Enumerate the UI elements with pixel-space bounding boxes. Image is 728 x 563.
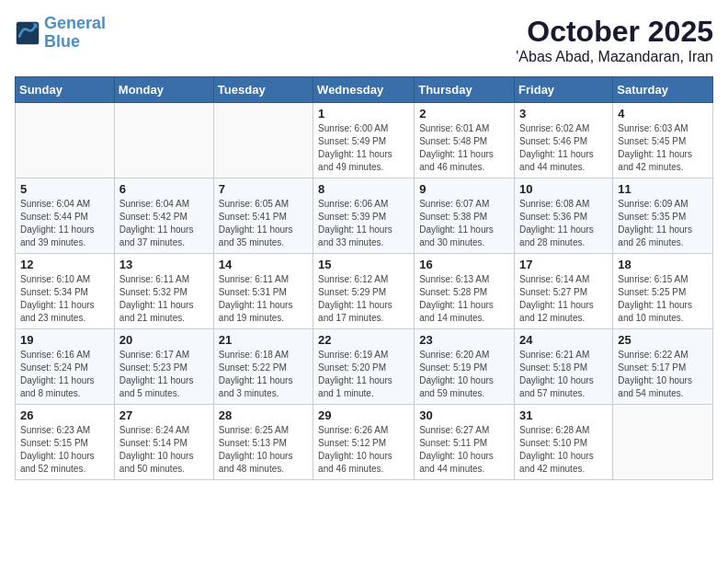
day-number: 28 bbox=[219, 408, 308, 422]
day-info: Sunrise: 6:19 AM Sunset: 5:20 PM Dayligh… bbox=[318, 349, 409, 400]
calendar-cell: 3Sunrise: 6:02 AM Sunset: 5:46 PM Daylig… bbox=[515, 103, 613, 178]
day-number: 4 bbox=[618, 107, 708, 121]
calendar-cell: 12Sunrise: 6:10 AM Sunset: 5:34 PM Dayli… bbox=[16, 254, 115, 329]
day-number: 13 bbox=[119, 258, 209, 271]
weekday-header-tuesday: Tuesday bbox=[213, 77, 313, 103]
day-info: Sunrise: 6:09 AM Sunset: 5:35 PM Dayligh… bbox=[618, 198, 708, 249]
day-number: 11 bbox=[618, 182, 708, 196]
weekday-header-row: SundayMondayTuesdayWednesdayThursdayFrid… bbox=[16, 77, 713, 103]
calendar-cell: 20Sunrise: 6:17 AM Sunset: 5:23 PM Dayli… bbox=[114, 329, 213, 405]
day-number: 30 bbox=[419, 408, 509, 422]
logo-icon bbox=[15, 20, 40, 46]
logo-text: General Blue bbox=[44, 15, 106, 52]
day-number: 9 bbox=[419, 182, 509, 196]
calendar-week-3: 12Sunrise: 6:10 AM Sunset: 5:34 PM Dayli… bbox=[16, 254, 713, 329]
day-info: Sunrise: 6:23 AM Sunset: 5:15 PM Dayligh… bbox=[20, 424, 109, 476]
day-number: 16 bbox=[419, 258, 509, 271]
calendar-cell: 26Sunrise: 6:23 AM Sunset: 5:15 PM Dayli… bbox=[16, 405, 115, 480]
calendar-cell: 1Sunrise: 6:00 AM Sunset: 5:49 PM Daylig… bbox=[313, 103, 415, 178]
day-number: 2 bbox=[419, 107, 509, 121]
day-number: 6 bbox=[119, 182, 209, 196]
calendar-cell: 23Sunrise: 6:20 AM Sunset: 5:19 PM Dayli… bbox=[415, 329, 515, 405]
day-info: Sunrise: 6:11 AM Sunset: 5:31 PM Dayligh… bbox=[219, 273, 308, 325]
day-info: Sunrise: 6:10 AM Sunset: 5:34 PM Dayligh… bbox=[20, 273, 109, 325]
calendar-cell: 28Sunrise: 6:25 AM Sunset: 5:13 PM Dayli… bbox=[213, 405, 313, 480]
day-number: 22 bbox=[318, 333, 409, 347]
calendar-cell: 30Sunrise: 6:27 AM Sunset: 5:11 PM Dayli… bbox=[415, 405, 515, 480]
day-number: 1 bbox=[318, 107, 409, 121]
day-info: Sunrise: 6:14 AM Sunset: 5:27 PM Dayligh… bbox=[519, 273, 608, 325]
month-title: October 2025 bbox=[516, 15, 713, 49]
day-info: Sunrise: 6:06 AM Sunset: 5:39 PM Dayligh… bbox=[318, 198, 409, 249]
day-info: Sunrise: 6:00 AM Sunset: 5:49 PM Dayligh… bbox=[318, 122, 409, 174]
day-info: Sunrise: 6:17 AM Sunset: 5:23 PM Dayligh… bbox=[119, 349, 209, 400]
calendar-cell: 19Sunrise: 6:16 AM Sunset: 5:24 PM Dayli… bbox=[16, 329, 115, 405]
calendar-cell: 10Sunrise: 6:08 AM Sunset: 5:36 PM Dayli… bbox=[515, 178, 613, 254]
day-number: 7 bbox=[219, 182, 308, 196]
calendar-cell: 24Sunrise: 6:21 AM Sunset: 5:18 PM Dayli… bbox=[515, 329, 613, 405]
location-title: 'Abas Abad, Mazandaran, Iran bbox=[516, 49, 713, 65]
day-number: 25 bbox=[618, 333, 708, 347]
day-number: 14 bbox=[219, 258, 308, 271]
day-number: 27 bbox=[119, 408, 209, 422]
logo: General Blue bbox=[15, 15, 106, 52]
calendar-cell: 14Sunrise: 6:11 AM Sunset: 5:31 PM Dayli… bbox=[213, 254, 313, 329]
weekday-header-sunday: Sunday bbox=[16, 77, 115, 103]
calendar-cell: 17Sunrise: 6:14 AM Sunset: 5:27 PM Dayli… bbox=[515, 254, 613, 329]
calendar-cell: 27Sunrise: 6:24 AM Sunset: 5:14 PM Dayli… bbox=[114, 405, 213, 480]
day-info: Sunrise: 6:21 AM Sunset: 5:18 PM Dayligh… bbox=[519, 349, 608, 400]
calendar-cell: 25Sunrise: 6:22 AM Sunset: 5:17 PM Dayli… bbox=[613, 329, 713, 405]
day-info: Sunrise: 6:01 AM Sunset: 5:48 PM Dayligh… bbox=[419, 122, 509, 174]
day-number: 5 bbox=[20, 182, 109, 196]
day-info: Sunrise: 6:11 AM Sunset: 5:32 PM Dayligh… bbox=[119, 273, 209, 325]
day-info: Sunrise: 6:22 AM Sunset: 5:17 PM Dayligh… bbox=[618, 349, 708, 400]
day-number: 8 bbox=[318, 182, 409, 196]
calendar-cell: 6Sunrise: 6:04 AM Sunset: 5:42 PM Daylig… bbox=[114, 178, 213, 254]
day-info: Sunrise: 6:26 AM Sunset: 5:12 PM Dayligh… bbox=[318, 424, 409, 476]
day-info: Sunrise: 6:27 AM Sunset: 5:11 PM Dayligh… bbox=[419, 424, 509, 476]
calendar-cell: 31Sunrise: 6:28 AM Sunset: 5:10 PM Dayli… bbox=[515, 405, 613, 480]
day-info: Sunrise: 6:08 AM Sunset: 5:36 PM Dayligh… bbox=[519, 198, 608, 249]
day-info: Sunrise: 6:07 AM Sunset: 5:38 PM Dayligh… bbox=[419, 198, 509, 249]
calendar-cell bbox=[213, 103, 313, 178]
day-info: Sunrise: 6:28 AM Sunset: 5:10 PM Dayligh… bbox=[519, 424, 608, 476]
day-number: 18 bbox=[618, 258, 708, 271]
day-number: 3 bbox=[519, 107, 608, 121]
day-info: Sunrise: 6:12 AM Sunset: 5:29 PM Dayligh… bbox=[318, 273, 409, 325]
weekday-header-monday: Monday bbox=[114, 77, 213, 103]
day-info: Sunrise: 6:05 AM Sunset: 5:41 PM Dayligh… bbox=[219, 198, 308, 249]
day-info: Sunrise: 6:16 AM Sunset: 5:24 PM Dayligh… bbox=[20, 349, 109, 400]
calendar-cell bbox=[114, 103, 213, 178]
day-info: Sunrise: 6:15 AM Sunset: 5:25 PM Dayligh… bbox=[618, 273, 708, 325]
day-number: 24 bbox=[519, 333, 608, 347]
day-info: Sunrise: 6:02 AM Sunset: 5:46 PM Dayligh… bbox=[519, 122, 608, 174]
calendar-week-2: 5Sunrise: 6:04 AM Sunset: 5:44 PM Daylig… bbox=[16, 178, 713, 254]
calendar-cell: 9Sunrise: 6:07 AM Sunset: 5:38 PM Daylig… bbox=[415, 178, 515, 254]
calendar-week-4: 19Sunrise: 6:16 AM Sunset: 5:24 PM Dayli… bbox=[16, 329, 713, 405]
calendar-cell: 29Sunrise: 6:26 AM Sunset: 5:12 PM Dayli… bbox=[313, 405, 415, 480]
day-info: Sunrise: 6:25 AM Sunset: 5:13 PM Dayligh… bbox=[219, 424, 308, 476]
weekday-header-saturday: Saturday bbox=[613, 77, 713, 103]
calendar-cell: 4Sunrise: 6:03 AM Sunset: 5:45 PM Daylig… bbox=[613, 103, 713, 178]
day-number: 17 bbox=[519, 258, 608, 271]
calendar-cell: 8Sunrise: 6:06 AM Sunset: 5:39 PM Daylig… bbox=[313, 178, 415, 254]
day-number: 12 bbox=[20, 258, 109, 271]
day-number: 29 bbox=[318, 408, 409, 422]
day-number: 10 bbox=[519, 182, 608, 196]
calendar-table: SundayMondayTuesdayWednesdayThursdayFrid… bbox=[15, 76, 713, 480]
day-number: 21 bbox=[219, 333, 308, 347]
day-info: Sunrise: 6:04 AM Sunset: 5:42 PM Dayligh… bbox=[119, 198, 209, 249]
calendar-cell: 18Sunrise: 6:15 AM Sunset: 5:25 PM Dayli… bbox=[613, 254, 713, 329]
day-info: Sunrise: 6:03 AM Sunset: 5:45 PM Dayligh… bbox=[618, 122, 708, 174]
day-info: Sunrise: 6:20 AM Sunset: 5:19 PM Dayligh… bbox=[419, 349, 509, 400]
day-number: 31 bbox=[519, 408, 608, 422]
day-info: Sunrise: 6:13 AM Sunset: 5:28 PM Dayligh… bbox=[419, 273, 509, 325]
calendar-cell: 15Sunrise: 6:12 AM Sunset: 5:29 PM Dayli… bbox=[313, 254, 415, 329]
day-number: 19 bbox=[20, 333, 109, 347]
calendar-cell bbox=[16, 103, 115, 178]
page-header: General Blue October 2025 'Abas Abad, Ma… bbox=[15, 15, 713, 65]
weekday-header-wednesday: Wednesday bbox=[313, 77, 415, 103]
day-info: Sunrise: 6:24 AM Sunset: 5:14 PM Dayligh… bbox=[119, 424, 209, 476]
day-number: 20 bbox=[119, 333, 209, 347]
calendar-week-5: 26Sunrise: 6:23 AM Sunset: 5:15 PM Dayli… bbox=[16, 405, 713, 480]
